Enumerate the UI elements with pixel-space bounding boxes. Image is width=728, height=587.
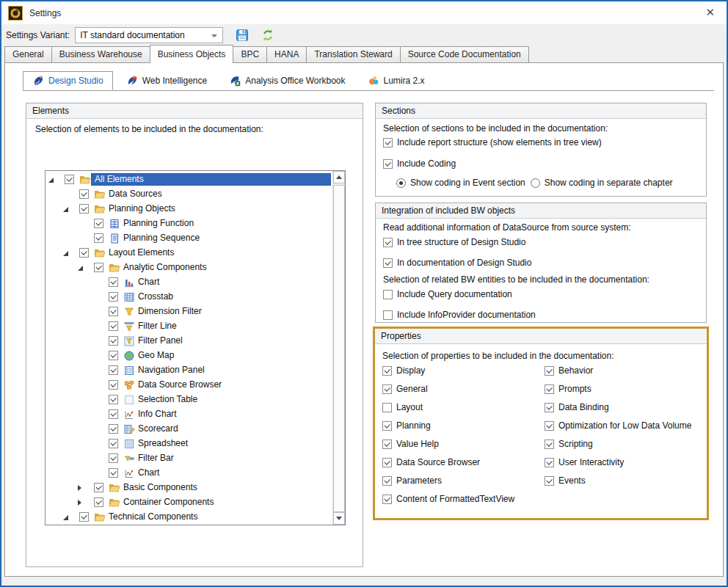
properties-checkbox-user-interactivity[interactable]: User Interactivity bbox=[545, 457, 624, 467]
radio-button[interactable] bbox=[531, 178, 540, 188]
tab-business-warehouse[interactable]: Business Warehouse bbox=[51, 46, 150, 62]
tree-item-data-source-browser[interactable]: Data Source Browser bbox=[46, 378, 332, 393]
tree-item-planning-function[interactable]: Planning Function bbox=[46, 216, 332, 231]
properties-checkbox-data-source-browser[interactable]: Data Source Browser bbox=[382, 457, 480, 467]
properties-checkbox-scripting[interactable]: Scripting bbox=[545, 439, 593, 449]
checkbox[interactable] bbox=[383, 290, 393, 299]
integration-checkbox-include-query-documentation[interactable]: Include Query documentation bbox=[383, 289, 512, 299]
properties-checkbox-value-help[interactable]: Value Help bbox=[382, 439, 439, 449]
scroll-down-button[interactable] bbox=[333, 512, 345, 525]
tree-item-container-components[interactable]: Container Components bbox=[46, 495, 332, 510]
checkbox[interactable] bbox=[109, 380, 118, 390]
checkbox[interactable] bbox=[382, 495, 392, 504]
integration-checkbox-include-infoprovider-documentation[interactable]: Include InfoProvider documentation bbox=[383, 310, 536, 320]
properties-checkbox-optimization-for-low-data-volume[interactable]: Optimization for Low Data Volume bbox=[545, 420, 691, 431]
collapse-toggle-icon[interactable] bbox=[63, 515, 68, 520]
checkbox[interactable] bbox=[109, 277, 118, 287]
refresh-icon[interactable] bbox=[261, 29, 274, 42]
radio-show-coding-in-event-section[interactable]: Show coding in Event section bbox=[396, 178, 525, 188]
tree-item-selection-table[interactable]: Selection Table bbox=[46, 393, 332, 407]
scroll-up-button[interactable] bbox=[333, 171, 345, 183]
tree-item-planning-objects[interactable]: Planning Objects bbox=[46, 202, 332, 216]
collapse-toggle-icon[interactable] bbox=[78, 266, 83, 271]
properties-checkbox-data-binding[interactable]: Data Binding bbox=[545, 402, 609, 412]
tree-item-chart[interactable]: Chart bbox=[46, 275, 332, 290]
properties-checkbox-display[interactable]: Display bbox=[382, 365, 425, 376]
tree-item-crosstab[interactable]: Crosstab bbox=[46, 290, 332, 305]
expand-toggle-icon[interactable] bbox=[78, 500, 81, 506]
checkbox[interactable] bbox=[79, 189, 89, 199]
checkbox[interactable] bbox=[109, 409, 118, 419]
checkbox[interactable] bbox=[545, 366, 554, 376]
checkbox[interactable] bbox=[382, 476, 392, 486]
checkbox[interactable] bbox=[382, 366, 392, 376]
checkbox[interactable] bbox=[109, 307, 118, 316]
collapse-toggle-icon[interactable] bbox=[63, 207, 68, 212]
tree-item-scorecard[interactable]: Scorecard bbox=[46, 422, 332, 437]
checkbox[interactable] bbox=[109, 292, 118, 302]
tree-item-dimension-filter[interactable]: Dimension Filter bbox=[46, 305, 332, 319]
tab-hana[interactable]: HANA bbox=[266, 46, 307, 62]
checkbox[interactable] bbox=[94, 219, 103, 228]
checkbox[interactable] bbox=[383, 138, 393, 147]
checkbox[interactable] bbox=[109, 395, 118, 404]
expand-toggle-icon[interactable] bbox=[78, 485, 81, 491]
tree-item-analytic-components[interactable]: Analytic Components bbox=[46, 260, 332, 275]
properties-checkbox-general[interactable]: General bbox=[382, 384, 428, 394]
checkbox[interactable] bbox=[383, 258, 393, 268]
settings-variant-combobox[interactable]: IT standard documentation bbox=[75, 27, 223, 43]
tab-source-code-documentation[interactable]: Source Code Documentation bbox=[400, 46, 529, 62]
checkbox[interactable] bbox=[382, 403, 392, 412]
checkbox[interactable] bbox=[109, 351, 118, 360]
tree-item-info-chart[interactable]: Info Chart bbox=[46, 407, 332, 422]
checkbox[interactable] bbox=[79, 204, 89, 214]
tree-scrollbar[interactable] bbox=[332, 171, 345, 525]
checkbox[interactable] bbox=[79, 512, 89, 522]
checkbox[interactable] bbox=[545, 440, 554, 449]
checkbox[interactable] bbox=[109, 336, 118, 346]
checkbox[interactable] bbox=[94, 497, 103, 507]
properties-checkbox-prompts[interactable]: Prompts bbox=[545, 384, 592, 394]
tab-business-objects[interactable]: Business Objects bbox=[150, 45, 234, 63]
tree-item-spreadsheet[interactable]: Spreadsheet bbox=[46, 437, 332, 451]
subtab-lumira-2-x[interactable]: Lumira 2.x bbox=[359, 71, 434, 90]
tree-item-navigation-panel[interactable]: Navigation Panel bbox=[46, 363, 332, 378]
checkbox[interactable] bbox=[94, 483, 103, 492]
tab-translation-steward[interactable]: Translation Steward bbox=[306, 46, 400, 62]
checkbox[interactable] bbox=[545, 421, 554, 431]
properties-checkbox-content-of-formattedtextview[interactable]: Content of FormattedTextView bbox=[382, 494, 514, 504]
checkbox[interactable] bbox=[109, 468, 118, 478]
subtab-design-studio[interactable]: Design Studio bbox=[23, 71, 113, 90]
checkbox[interactable] bbox=[109, 439, 118, 448]
properties-checkbox-parameters[interactable]: Parameters bbox=[382, 475, 442, 486]
checkbox[interactable] bbox=[109, 453, 118, 463]
checkbox[interactable] bbox=[109, 365, 118, 375]
integration-checkbox-in-tree-structure-of-design-studio[interactable]: In tree structure of Design Studio bbox=[383, 237, 525, 247]
checkbox[interactable] bbox=[382, 421, 392, 431]
checkbox[interactable] bbox=[383, 238, 393, 247]
tab-bpc[interactable]: BPC bbox=[233, 46, 267, 62]
checkbox[interactable] bbox=[382, 458, 392, 467]
checkbox[interactable] bbox=[545, 384, 554, 394]
tree-item-planning-sequence[interactable]: Planning Sequence bbox=[46, 231, 332, 246]
checkbox[interactable] bbox=[94, 233, 103, 243]
tree-item-geo-map[interactable]: Geo Map bbox=[46, 349, 332, 363]
properties-checkbox-planning[interactable]: Planning bbox=[382, 420, 431, 431]
checkbox[interactable] bbox=[94, 263, 103, 272]
checkbox[interactable] bbox=[545, 403, 554, 412]
sections-checkbox-include-report-structure-show-elements-in-tree-view[interactable]: Include report structure (show elements … bbox=[383, 137, 602, 147]
checkbox[interactable] bbox=[79, 248, 89, 258]
checkbox[interactable] bbox=[383, 310, 393, 320]
checkbox[interactable] bbox=[382, 384, 392, 394]
checkbox[interactable] bbox=[382, 440, 392, 449]
tree-item-basic-components[interactable]: Basic Components bbox=[46, 481, 332, 495]
close-button[interactable]: ✕ bbox=[705, 6, 715, 19]
radio-show-coding-in-separate-chapter[interactable]: Show coding in separate chapter bbox=[531, 178, 673, 188]
subtab-analysis-office-workbook[interactable]: Analysis Office Workbook bbox=[220, 71, 354, 90]
properties-checkbox-behavior[interactable]: Behavior bbox=[545, 365, 593, 376]
subtab-web-intelligence[interactable]: Web Intelligence bbox=[117, 71, 216, 90]
tree-item-data-sources[interactable]: Data Sources bbox=[46, 187, 332, 202]
tree-item-technical-components[interactable]: Technical Components bbox=[46, 510, 332, 525]
collapse-toggle-icon[interactable] bbox=[63, 251, 68, 256]
tree-item-filter-bar[interactable]: Filter Bar bbox=[46, 451, 332, 466]
